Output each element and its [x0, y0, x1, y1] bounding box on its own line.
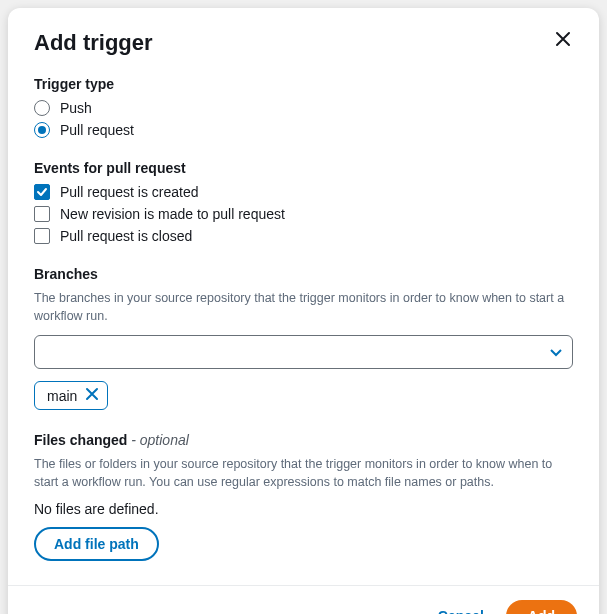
radio-pull-request-label: Pull request — [60, 122, 134, 138]
caret-down-icon — [550, 343, 562, 361]
branches-hint: The branches in your source repository t… — [34, 290, 573, 325]
checkbox-icon — [34, 206, 50, 222]
checkbox-new-revision[interactable]: New revision is made to pull request — [34, 206, 573, 222]
close-button[interactable] — [553, 30, 573, 50]
add-button[interactable]: Add — [506, 600, 577, 614]
events-section: Events for pull request Pull request is … — [34, 160, 573, 244]
modal-footer: Cancel Add — [8, 585, 599, 614]
branches-select[interactable] — [34, 335, 573, 369]
files-changed-optional: - optional — [131, 432, 189, 448]
branches-label: Branches — [34, 266, 573, 282]
checkbox-icon — [34, 228, 50, 244]
trigger-type-section: Trigger type Push Pull request — [34, 76, 573, 138]
branches-section: Branches The branches in your source rep… — [34, 266, 573, 410]
files-changed-section: Files changed - optional The files or fo… — [34, 432, 573, 561]
modal-header: Add trigger — [34, 30, 573, 56]
modal-body: Add trigger Trigger type Push Pull reque… — [8, 8, 599, 585]
files-changed-label-text: Files changed — [34, 432, 127, 448]
radio-icon-checked — [34, 122, 50, 138]
checkbox-pr-closed-label: Pull request is closed — [60, 228, 192, 244]
checkbox-new-revision-label: New revision is made to pull request — [60, 206, 285, 222]
files-changed-hint: The files or folders in your source repo… — [34, 456, 573, 491]
checkbox-pr-closed[interactable]: Pull request is closed — [34, 228, 573, 244]
add-label: Add — [528, 608, 555, 614]
cancel-button[interactable]: Cancel — [438, 608, 484, 614]
add-file-path-label: Add file path — [54, 536, 139, 552]
add-trigger-modal: Add trigger Trigger type Push Pull reque… — [8, 8, 599, 614]
branch-tag-main: main — [34, 381, 108, 410]
checkbox-pr-created[interactable]: Pull request is created — [34, 184, 573, 200]
files-changed-label: Files changed - optional — [34, 432, 573, 448]
cancel-label: Cancel — [438, 608, 484, 614]
close-icon — [555, 31, 571, 50]
close-icon — [85, 387, 99, 404]
add-file-path-button[interactable]: Add file path — [34, 527, 159, 561]
modal-title: Add trigger — [34, 30, 153, 56]
radio-push[interactable]: Push — [34, 100, 573, 116]
no-files-text: No files are defined. — [34, 501, 573, 517]
checkbox-icon-checked — [34, 184, 50, 200]
radio-pull-request[interactable]: Pull request — [34, 122, 573, 138]
radio-push-label: Push — [60, 100, 92, 116]
branch-tag-remove[interactable] — [85, 387, 99, 404]
events-label: Events for pull request — [34, 160, 573, 176]
trigger-type-label: Trigger type — [34, 76, 573, 92]
branch-tag-label: main — [47, 388, 77, 404]
radio-icon — [34, 100, 50, 116]
checkbox-pr-created-label: Pull request is created — [60, 184, 199, 200]
